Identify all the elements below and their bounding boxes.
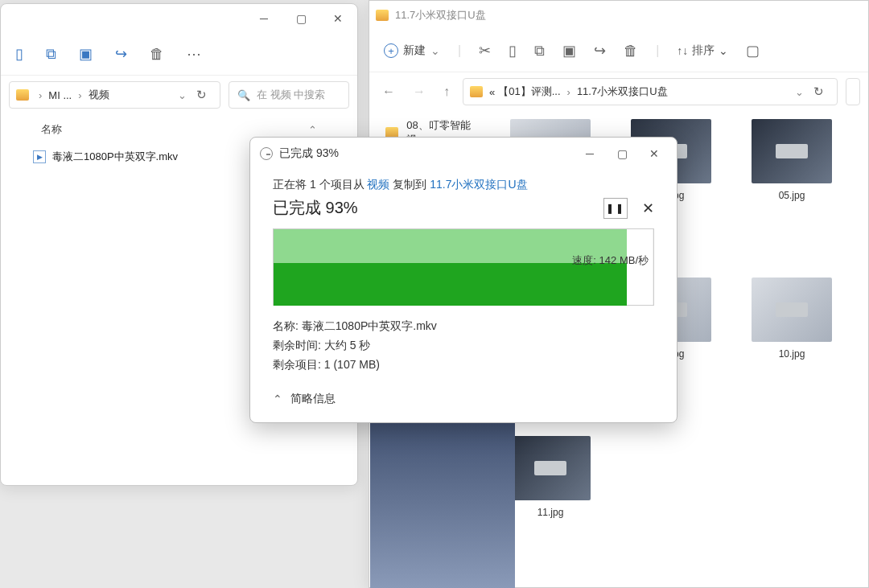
close-button[interactable]: ✕ [641, 142, 667, 165]
copy-description: 正在将 1 个项目从 视频 复制到 11.7小米双接口U盘 [273, 178, 654, 192]
titlebar: ─ ▢ ✕ [1, 4, 357, 33]
breadcrumb-item[interactable]: 视频 [89, 88, 109, 102]
window-title: 11.7小米双接口U盘 [395, 8, 862, 23]
more-icon[interactable]: ⋯ [187, 45, 201, 63]
rename-icon[interactable]: ▣ [562, 42, 576, 60]
paste-icon[interactable]: ⧉ [534, 43, 545, 60]
minimize-button[interactable]: ─ [251, 7, 277, 30]
sort-button[interactable]: ↑↓ 排序 ⌄ [677, 43, 728, 58]
forward-icon[interactable]: → [408, 84, 430, 99]
copy-progress-dialog: 已完成 93% ─ ▢ ✕ 正在将 1 个项目从 视频 复制到 11.7小米双接… [249, 137, 677, 423]
share-icon[interactable]: ↪ [115, 45, 127, 63]
maximize-button[interactable]: ▢ [288, 7, 314, 30]
copy-details: 名称: 毒液二1080P中英双字.mkv 剩余时间: 大约 5 秒 剩余项目: … [273, 317, 654, 374]
window-controls: ─ ▢ ✕ [251, 7, 351, 30]
chevron-down-icon[interactable]: ⌄ [795, 86, 804, 98]
speed-label: 速度: 142 MB/秒 [572, 253, 649, 268]
folder-icon [470, 86, 483, 97]
maximize-button[interactable]: ▢ [609, 142, 635, 165]
watermark: 值 什么值得买 [756, 546, 855, 574]
thumbnail-item[interactable]: 10.jpg [748, 278, 836, 418]
chevron-down-icon[interactable]: ⌄ [178, 89, 187, 101]
cancel-button[interactable]: ✕ [642, 199, 654, 217]
file-name: 毒液二1080P中英双字.mkv [52, 150, 178, 164]
share-icon[interactable]: ↪ [594, 42, 606, 60]
close-button[interactable]: ✕ [325, 7, 351, 30]
dialog-title-text: 已完成 93% [279, 146, 339, 161]
back-icon[interactable]: ← [377, 84, 400, 99]
delete-icon[interactable]: 🗑 [150, 46, 164, 63]
completion-status: 已完成 93% ❚❚ ✕ [273, 197, 654, 219]
folder-icon [16, 89, 29, 101]
watermark-badge: 值 [756, 546, 784, 574]
breadcrumb-item[interactable]: 11.7小米双接口U盘 [577, 84, 668, 99]
watermark-text: 什么值得买 [790, 552, 855, 569]
destination-link[interactable]: 11.7小米双接口U盘 [430, 178, 527, 191]
cut-icon[interactable]: ✂ [479, 42, 491, 60]
refresh-icon[interactable]: ↻ [190, 88, 213, 102]
source-link[interactable]: 视频 [367, 178, 389, 191]
dialog-titlebar: 已完成 93% ─ ▢ ✕ [250, 138, 677, 170]
search-input[interactable]: 🔍 在 视频 中搜索 [229, 81, 349, 109]
folder-icon [376, 10, 389, 21]
search-icon: 🔍 [237, 89, 250, 101]
minimize-button[interactable]: ─ [577, 142, 603, 165]
nav-row: › MI ... › 视频 ⌄ ↻ 🔍 在 视频 中搜索 [1, 76, 357, 114]
video-file-icon: ▶ [33, 150, 46, 163]
thumbnail-item[interactable]: 11.jpg [506, 436, 595, 577]
detail-items: 剩余项目: 1 (107 MB) [273, 356, 654, 375]
copy-icon[interactable]: ⧉ [46, 46, 56, 63]
breadcrumb[interactable]: « 【01】评测... › 11.7小米双接口U盘 ⌄ ↻ [463, 78, 838, 105]
preview-pane [370, 403, 515, 588]
thumbnail-item[interactable]: 05.jpg [748, 119, 836, 260]
pause-button[interactable]: ❚❚ [603, 198, 628, 219]
detail-name: 名称: 毒液二1080P中英双字.mkv [273, 317, 654, 336]
copy-icon[interactable]: ▯ [509, 42, 517, 60]
detail-time: 剩余时间: 大约 5 秒 [273, 336, 654, 356]
progress-chart: 速度: 142 MB/秒 [273, 228, 654, 306]
plus-icon: + [384, 43, 398, 58]
titlebar: 11.7小米双接口U盘 [369, 1, 868, 30]
paste-icon[interactable]: ▣ [79, 45, 93, 63]
new-button[interactable]: + 新建 ⌄ [384, 43, 440, 58]
up-icon[interactable]: ↑ [439, 84, 455, 99]
clock-icon [260, 147, 273, 160]
refresh-icon[interactable]: ↻ [807, 84, 830, 99]
breadcrumb[interactable]: › MI ... › 视频 ⌄ ↻ [9, 81, 220, 109]
chevron-up-icon: ⌃ [273, 393, 282, 405]
cut-icon[interactable]: ▯ [15, 45, 23, 63]
delete-icon[interactable]: 🗑 [624, 43, 638, 60]
breadcrumb-item[interactable]: MI ... [48, 89, 72, 101]
brief-info-toggle[interactable]: ⌃ 简略信息 [273, 392, 654, 406]
view-icon[interactable]: ▢ [746, 42, 760, 60]
search-placeholder: 在 视频 中搜索 [257, 88, 325, 102]
toolbar: + 新建 ⌄ | ✂ ▯ ⧉ ▣ ↪ 🗑 | ↑↓ 排序 ⌄ ▢ [369, 30, 868, 72]
nav-row: ← → ↑ « 【01】评测... › 11.7小米双接口U盘 ⌄ ↻ [369, 72, 868, 111]
toolbar: ▯ ⧉ ▣ ↪ 🗑 ⋯ [1, 33, 357, 75]
breadcrumb-item[interactable]: 【01】评测... [498, 84, 560, 99]
search-input[interactable] [846, 78, 860, 105]
